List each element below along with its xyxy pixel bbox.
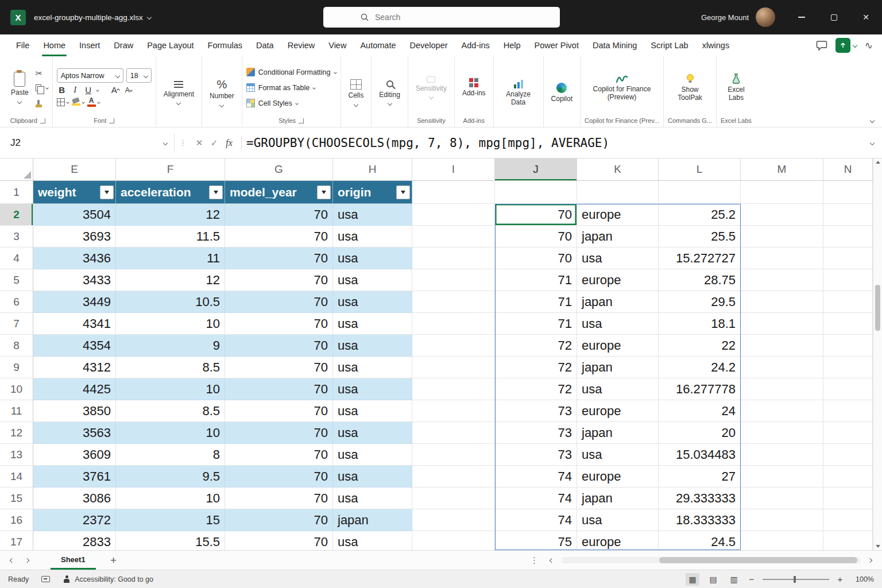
zoom-in-button[interactable]: +: [836, 574, 844, 584]
cell-N15[interactable]: [823, 488, 873, 509]
name-box-input[interactable]: [10, 137, 164, 149]
ribbon-tab-automate[interactable]: Automate: [353, 34, 403, 56]
cell-F3[interactable]: 11.5: [116, 226, 225, 247]
cell-K6[interactable]: japan: [577, 291, 659, 313]
cell-G11[interactable]: 70: [225, 400, 333, 422]
cell-M6[interactable]: [741, 291, 823, 313]
column-header-E[interactable]: E: [33, 158, 116, 181]
cell-F14[interactable]: 9.5: [116, 466, 225, 488]
bold-button[interactable]: B: [57, 85, 67, 95]
cell-styles-button[interactable]: Cell Styles: [246, 96, 298, 110]
share-button[interactable]: [835, 38, 857, 53]
cell-J14[interactable]: 74: [495, 466, 577, 488]
cell-N17[interactable]: [823, 531, 873, 550]
cell-K17[interactable]: europe: [577, 531, 659, 550]
cell-I17[interactable]: [412, 531, 495, 550]
cell-H17[interactable]: usa: [333, 531, 412, 550]
cell-E10[interactable]: 4425: [33, 378, 116, 400]
enter-button[interactable]: ✓: [207, 134, 222, 152]
cell-I6[interactable]: [412, 291, 495, 313]
cell-G4[interactable]: 70: [225, 247, 333, 269]
row-header-15[interactable]: 15: [0, 488, 33, 509]
cell-F10[interactable]: 10: [116, 378, 225, 400]
cell-N2[interactable]: [823, 204, 873, 226]
ribbon-tab-formulas[interactable]: Formulas: [201, 34, 249, 56]
cell-M2[interactable]: [741, 204, 823, 226]
ribbon-tab-review[interactable]: Review: [281, 34, 322, 56]
cell-L13[interactable]: 15.034483: [659, 444, 741, 466]
cell-L3[interactable]: 25.5: [659, 226, 741, 247]
cell-I11[interactable]: [412, 400, 495, 422]
cell-I14[interactable]: [412, 466, 495, 488]
normal-view-button[interactable]: ▦: [686, 573, 699, 586]
cell-F15[interactable]: 10: [116, 488, 225, 509]
ribbon-tab-draw[interactable]: Draw: [107, 34, 140, 56]
excel-logo-icon[interactable]: X: [10, 10, 26, 25]
cells-button[interactable]: Cells: [345, 78, 368, 107]
cell-F5[interactable]: 12: [116, 269, 225, 291]
row-header-8[interactable]: 8: [0, 335, 33, 357]
cell-N5[interactable]: [823, 269, 873, 291]
cell-J7[interactable]: 71: [495, 313, 577, 335]
cell-L8[interactable]: 22: [659, 335, 741, 357]
borders-button[interactable]: [57, 98, 69, 106]
horizontal-scrollbar-thumb[interactable]: [659, 557, 857, 563]
close-button[interactable]: ✕: [850, 0, 882, 34]
ribbon-tab-insert[interactable]: Insert: [72, 34, 107, 56]
column-header-N[interactable]: N: [823, 158, 873, 181]
cell-H15[interactable]: usa: [333, 488, 412, 509]
collapse-ribbon-icon[interactable]: [870, 118, 875, 123]
zoom-level-label[interactable]: 100%: [851, 575, 874, 583]
cell-G2[interactable]: 70: [225, 204, 333, 226]
cell-N8[interactable]: [823, 335, 873, 357]
cell-H6[interactable]: usa: [333, 291, 412, 313]
cell-I13[interactable]: [412, 444, 495, 466]
hscroll-left-button[interactable]: [544, 559, 559, 562]
analyze-data-button[interactable]: Analyze Data: [498, 78, 539, 108]
cell-J10[interactable]: 72: [495, 378, 577, 400]
cell-E16[interactable]: 2372: [33, 509, 116, 531]
cell-M5[interactable]: [741, 269, 823, 291]
cell-F4[interactable]: 11: [116, 247, 225, 269]
sheet-tab-sheet1[interactable]: Sheet1: [51, 551, 96, 570]
increase-font-size-button[interactable]: A: [110, 85, 121, 95]
cell-L11[interactable]: 24: [659, 400, 741, 422]
scroll-up-button[interactable]: [873, 161, 882, 164]
cell-F7[interactable]: 10: [116, 313, 225, 335]
cell-G13[interactable]: 70: [225, 444, 333, 466]
cell-H10[interactable]: usa: [333, 378, 412, 400]
cell-G10[interactable]: 70: [225, 378, 333, 400]
copilot-finance-button[interactable]: Copilot for Finance (Preview): [588, 73, 656, 103]
zoom-slider-thumb[interactable]: [794, 576, 796, 583]
ribbon-tab-help[interactable]: Help: [497, 34, 528, 56]
cell-M1[interactable]: [741, 181, 823, 204]
fill-color-button[interactable]: [72, 98, 84, 106]
ribbon-tab-data-mining[interactable]: Data Mining: [586, 34, 644, 56]
cell-N9[interactable]: [823, 357, 873, 378]
format-as-table-button[interactable]: Format as Table: [246, 81, 315, 95]
cell-E12[interactable]: 3563: [33, 422, 116, 444]
cell-I12[interactable]: [412, 422, 495, 444]
cell-F16[interactable]: 15: [116, 509, 225, 531]
page-layout-view-button[interactable]: ▤: [706, 573, 720, 586]
cell-F2[interactable]: 12: [116, 204, 225, 226]
decrease-font-size-button[interactable]: A: [123, 86, 134, 94]
cell-J3[interactable]: 70: [495, 226, 577, 247]
italic-button[interactable]: I: [70, 85, 80, 95]
cell-K14[interactable]: europe: [577, 466, 659, 488]
column-header-G[interactable]: G: [225, 158, 333, 181]
formula-input[interactable]: =GROUPBY(CHOOSECOLS(mpg, 7, 8), mpg[mpg]…: [246, 136, 862, 150]
cell-J6[interactable]: 71: [495, 291, 577, 313]
cell-J9[interactable]: 72: [495, 357, 577, 378]
cell-K4[interactable]: usa: [577, 247, 659, 269]
cell-E6[interactable]: 3449: [33, 291, 116, 313]
cell-G16[interactable]: 70: [225, 509, 333, 531]
cell-M12[interactable]: [741, 422, 823, 444]
cell-H7[interactable]: usa: [333, 313, 412, 335]
cell-G12[interactable]: 70: [225, 422, 333, 444]
column-header-K[interactable]: K: [577, 158, 659, 181]
cell-K9[interactable]: japan: [577, 357, 659, 378]
cell-K5[interactable]: europe: [577, 269, 659, 291]
scribble-icon[interactable]: ∿: [865, 40, 873, 52]
cell-I16[interactable]: [412, 509, 495, 531]
